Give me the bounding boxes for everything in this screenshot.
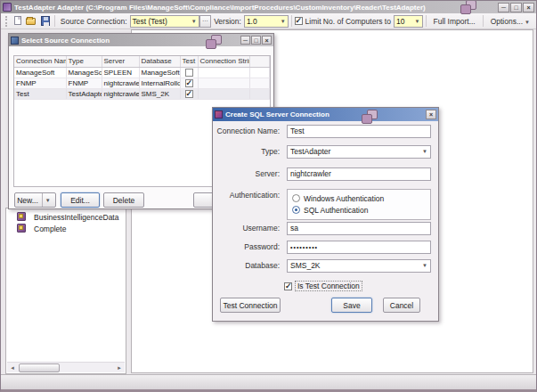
close-button[interactable]: × <box>262 36 272 45</box>
save-icon[interactable] <box>39 15 51 27</box>
minimize-button[interactable]: ─ <box>498 3 509 12</box>
server-label: Server: <box>213 169 283 178</box>
authentication-label: Authentication: <box>213 189 283 200</box>
type-select[interactable]: TestAdapter ▼ <box>287 145 431 159</box>
limit-computers-checkbox[interactable] <box>295 17 303 25</box>
column-header[interactable]: Connection String <box>198 56 249 67</box>
dialog-icon <box>11 37 19 45</box>
radio-icon[interactable] <box>292 194 300 202</box>
database-select[interactable]: SMS_2K ▼ <box>287 259 431 273</box>
new-button[interactable]: New... ▼ <box>14 192 56 208</box>
main-titlebar: TestAdapter Adapter (C:\Program Files\Ma… <box>1 1 536 13</box>
full-import-button[interactable]: Full Import... <box>428 15 479 28</box>
password-label: Password: <box>213 242 283 251</box>
options-label: Options... <box>491 17 523 26</box>
layers-overlay-icon <box>460 0 478 15</box>
horizontal-scrollbar[interactable]: ◂ ▸ <box>7 362 125 372</box>
column-header-filler <box>249 56 270 67</box>
save-button[interactable]: Save <box>331 298 372 313</box>
sql-authentication-option[interactable]: SQL Authentication <box>292 204 426 216</box>
data-package-icon <box>17 212 27 222</box>
scrollbar-thumb[interactable] <box>19 363 60 372</box>
version-label: Version: <box>214 17 241 26</box>
test-checkbox[interactable] <box>185 69 193 77</box>
authentication-group: Windows Authentication SQL Authenticatio… <box>287 189 431 220</box>
connection-name-field[interactable]: Test <box>287 125 431 138</box>
table-row[interactable]: FNMP FNMP nightcrawler InternalRollout <box>14 78 270 88</box>
username-label: Username: <box>213 224 283 233</box>
source-connection-value: Test (Test) <box>133 17 167 26</box>
create-sql-server-connection-dialog: Create SQL Server Connection × Connectio… <box>212 107 439 322</box>
chevron-down-icon: ▼ <box>525 20 530 25</box>
layers-overlay-icon <box>361 110 379 125</box>
database-label: Database: <box>213 261 283 270</box>
toolbar-grip <box>5 16 8 27</box>
new-file-icon[interactable] <box>12 15 23 27</box>
type-label: Type: <box>213 147 283 156</box>
table-header-row: Connection Name Type Server Database Tes… <box>14 56 270 67</box>
username-field[interactable]: sa <box>287 222 431 235</box>
close-button[interactable]: × <box>426 110 436 119</box>
test-checkbox[interactable] <box>185 90 193 98</box>
toolbar-separator <box>483 15 484 27</box>
minimize-button[interactable]: ─ <box>240 36 250 45</box>
limit-computers-value: 10 <box>396 17 404 26</box>
list-item[interactable]: Complete <box>6 223 126 234</box>
limit-computers-label: Limit No. of Computers to <box>305 17 391 26</box>
open-folder-icon[interactable] <box>25 15 37 27</box>
app-window: TestAdapter Adapter (C:\Program Files\Ma… <box>0 0 537 392</box>
windows-authentication-label: Windows Authentication <box>304 194 384 203</box>
create-dialog-title: Create SQL Server Connection <box>225 110 422 118</box>
list-item[interactable]: BusinessIntelligenceData <box>6 211 126 223</box>
column-header[interactable]: Test <box>180 56 198 67</box>
limit-computers-select[interactable]: 10 ▼ <box>394 15 423 28</box>
maximize-button[interactable]: □ <box>510 3 522 12</box>
column-header[interactable]: Connection Name <box>14 56 66 67</box>
scroll-right-icon[interactable]: ▸ <box>114 363 125 373</box>
select-dialog-titlebar: Select Source Connection ─ □ × <box>9 34 273 46</box>
column-header[interactable]: Server <box>102 56 139 67</box>
chevron-down-icon: ▼ <box>188 19 197 24</box>
column-header[interactable]: Database <box>139 56 180 67</box>
source-connection-browse-button[interactable]: ··· <box>199 15 211 28</box>
toolbar-separator <box>291 15 292 27</box>
data-package-icon <box>17 224 27 233</box>
table-row-selected[interactable]: Test TestAdapter nightcrawler SMS_2K <box>14 88 270 99</box>
maximize-button[interactable]: □ <box>251 36 261 45</box>
window-title: TestAdapter Adapter (C:\Program Files\Ma… <box>14 4 494 12</box>
version-select[interactable]: 1.0 ▼ <box>244 15 289 28</box>
sql-authentication-label: SQL Authentication <box>304 206 368 215</box>
test-connection-button[interactable]: Test Connection <box>220 298 281 313</box>
list-item-label: BusinessIntelligenceData <box>34 213 118 222</box>
column-header[interactable]: Type <box>66 56 102 67</box>
password-field[interactable]: ••••••••• <box>287 241 431 254</box>
test-checkbox[interactable] <box>185 79 193 87</box>
new-button-label: New... <box>17 196 38 205</box>
list-item-label: Complete <box>34 225 66 233</box>
source-connection-label: Source Connection: <box>61 17 127 26</box>
windows-authentication-option[interactable]: Windows Authentication <box>292 192 426 204</box>
chevron-down-icon[interactable]: ▼ <box>42 193 53 207</box>
chevron-down-icon: ▼ <box>422 263 427 268</box>
version-value: 1.0 <box>247 17 257 26</box>
is-test-connection-checkbox[interactable] <box>284 282 292 290</box>
create-dialog-titlebar: Create SQL Server Connection × <box>213 108 438 121</box>
source-connection-select[interactable]: Test (Test) ▼ <box>130 15 199 28</box>
dialog-icon <box>215 110 223 118</box>
cancel-button[interactable]: Cancel <box>383 298 420 313</box>
close-button[interactable]: × <box>523 3 534 12</box>
toolbar-separator <box>54 15 55 27</box>
radio-icon[interactable] <box>292 206 300 214</box>
chevron-down-icon: ▼ <box>411 19 420 24</box>
table-row[interactable]: ManageSoft ManageSoft SPLEEN ManageSoft <box>14 67 270 78</box>
chevron-down-icon: ▼ <box>422 149 427 154</box>
main-toolbar: Source Connection: Test (Test) ▼ ··· Ver… <box>1 13 536 29</box>
database-value: SMS_2K <box>290 261 321 270</box>
toolbar-separator <box>426 15 427 27</box>
delete-button[interactable]: Delete <box>103 192 144 208</box>
connection-name-label: Connection Name: <box>213 127 283 135</box>
options-button[interactable]: Options...▼ <box>486 15 534 28</box>
server-field[interactable]: nightcrawler <box>287 167 431 181</box>
edit-button[interactable]: Edit... <box>61 192 100 208</box>
scroll-left-icon[interactable]: ◂ <box>7 363 18 373</box>
